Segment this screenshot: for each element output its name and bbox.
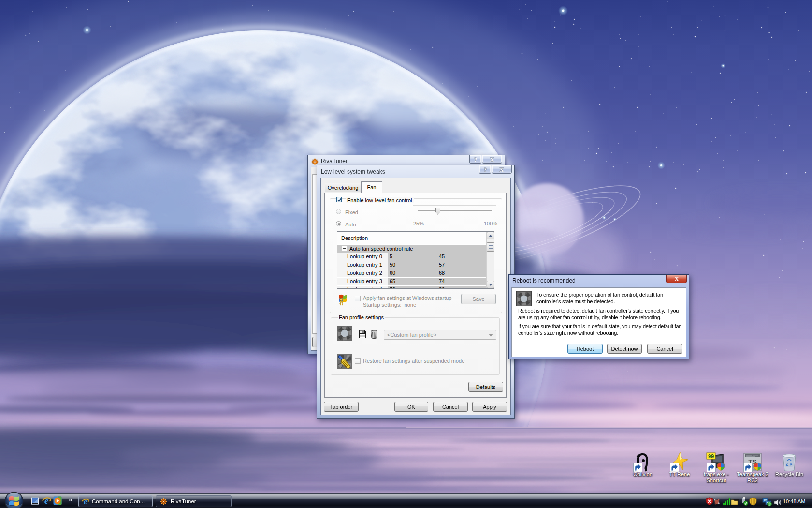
svg-text:X: X: [499, 166, 504, 173]
svg-text:e: e: [84, 497, 87, 506]
svg-text:X: X: [490, 156, 494, 163]
svg-text:?: ?: [483, 166, 487, 173]
svg-text:e: e: [44, 496, 49, 506]
svg-text:?: ?: [474, 156, 477, 163]
svg-text:X: X: [675, 276, 679, 282]
svg-text:99: 99: [708, 453, 714, 459]
